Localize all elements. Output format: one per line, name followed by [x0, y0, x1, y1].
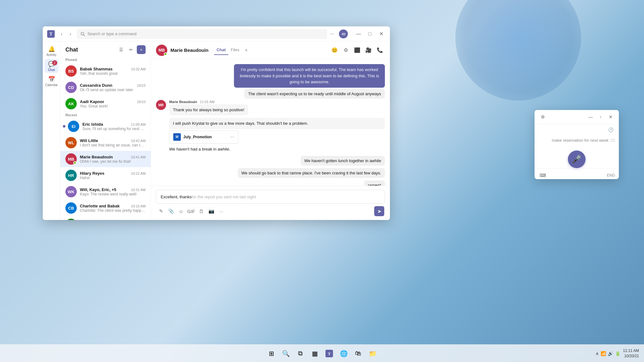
microphone-button[interactable]: 🎤 [568, 151, 586, 168]
chat-item-hilary[interactable]: HR Hilary Reyes 10:22 AM Haha! [60, 167, 151, 184]
voice-popup-controls: — ↑ ✕ [586, 112, 615, 121]
message-bubble-lunch: We haven't gotten lunch together in awhi… [301, 156, 385, 166]
voice-close-button[interactable]: ✕ [606, 112, 615, 121]
screenshare-button[interactable]: ⬛ [352, 45, 362, 55]
sidebar-item-activity[interactable]: 🔔 Activity [45, 44, 58, 58]
emoji-button[interactable]: 😊 [330, 45, 340, 55]
tab-chat[interactable]: Chat [214, 46, 228, 55]
tab-files[interactable]: Files [228, 46, 242, 55]
chat-time-aadi: 10/10 [137, 100, 146, 104]
chat-preview-eric: Sure, I'll set up something for next wee… [82, 127, 146, 131]
chat-header-actions: 😊 ⚙ ⬛ 🎥 📞 [330, 45, 385, 55]
more-input-button[interactable]: ··· [217, 207, 226, 216]
chat-list-header: Chat ☰ ✏ + [60, 41, 151, 57]
message-row-ramen: We should go back to that ramne place. I… [156, 168, 385, 178]
avatar-eric: EI [68, 121, 79, 132]
volume-icon: 🔊 [608, 351, 613, 356]
filter-button[interactable]: ☰ [117, 45, 125, 54]
recent-section-label: Recent [60, 112, 151, 118]
svg-text:T: T [49, 32, 53, 36]
message-input[interactable]: Excellent, thanks for the report you sen… [156, 190, 385, 204]
chat-item-aadi[interactable]: AK Aadi Kapoor 10/10 You: Great work! [60, 96, 151, 112]
video-button[interactable]: 🎥 [364, 45, 374, 55]
compose-button[interactable]: + [137, 45, 146, 54]
voice-minimize-button[interactable]: — [586, 112, 595, 121]
chat-item-group[interactable]: WK Will, Kayo, Eric, +5 10:31 AM Kayo: T… [60, 184, 151, 200]
voice-history-icon[interactable]: 🕐 [606, 125, 615, 134]
contact-online-dot [164, 52, 167, 56]
send-button[interactable]: ➤ [374, 206, 384, 216]
call-button[interactable]: 📞 [375, 45, 385, 55]
chat-item-cassandra[interactable]: CD Cassandra Dunn 10/15 Ok I'll send an … [60, 79, 151, 96]
attach-button[interactable]: 📎 [167, 207, 175, 216]
chat-time-group: 10:31 AM [131, 188, 146, 192]
chat-info-marie: Marie Beaudouin 10:41 AM Ohhh I see, yes… [80, 155, 146, 164]
chat-name-group: Will, Kayo, Eric, +5 [80, 187, 116, 192]
message-row-1: I'm pretty confident that this launch wi… [156, 64, 385, 88]
keyboard-icon[interactable]: ⌨ [538, 171, 547, 179]
nav-arrows: ‹ › [58, 30, 74, 38]
voice-settings-button[interactable]: ⚙ [538, 112, 547, 121]
chat-name-cassandra: Cassandra Dunn [80, 83, 112, 88]
emoji-input-button[interactable]: ☺ [177, 207, 186, 216]
voice-upload-button[interactable]: ↑ [596, 112, 605, 121]
msg-text-positive: Thank you for always being so positive! [169, 104, 248, 116]
chat-name-reta: Reta Taylor [80, 220, 102, 220]
forward-button[interactable]: › [67, 30, 74, 38]
schedule-button[interactable]: 📷 [207, 207, 216, 216]
search-placeholder: Search or type a command [87, 31, 136, 36]
file-more-button[interactable]: ··· [230, 134, 234, 140]
avatar-hilary: HR [65, 170, 77, 181]
search-taskbar-button[interactable]: 🔍 [280, 347, 292, 360]
widgets-button[interactable]: ▦ [308, 347, 321, 360]
message-row-3: MB Marie Beaudouin 11:01 AM Thank you fo… [156, 100, 385, 116]
gif-button[interactable]: GIF [187, 207, 196, 216]
user-avatar[interactable]: JD [339, 30, 348, 38]
add-tab-button[interactable]: + [242, 46, 251, 55]
chat-item-will[interactable]: WL Will Little 10:42 AM I don't see that… [60, 134, 151, 151]
new-chat-button[interactable]: ✏ [127, 45, 136, 54]
chat-item-marie[interactable]: MB Marie Beaudouin 10:41 AM Ohhh I see, … [60, 151, 151, 167]
store-taskbar-button[interactable]: 🛍 [352, 347, 364, 360]
content-area: 🔔 Activity 💬 Chat 2 📅 Calendar Chat ☰ ✏ … [43, 41, 390, 220]
chat-item-babak[interactable]: BS Babak Shammas 10:32 AM Yah, that soun… [60, 63, 151, 79]
chat-item-reta[interactable]: RT Reta Taylor 10:11 AM Ah, ok I underst… [60, 216, 151, 220]
minimize-button[interactable]: — [353, 29, 364, 39]
back-button[interactable]: ‹ [58, 30, 65, 38]
msg-meta-marie: Marie Beaudouin 11:01 AM [169, 100, 248, 104]
chevron-icon[interactable]: ∧ [596, 351, 599, 356]
chat-name-will: Will Little [80, 138, 98, 143]
files-taskbar-button[interactable]: 📁 [366, 347, 379, 360]
sidebar-item-calendar[interactable]: 📅 Calendar [45, 74, 58, 88]
chat-name-eric: Eric Ishida [82, 122, 103, 127]
chat-time-will: 10:42 AM [131, 139, 146, 143]
message-bubble-1: I'm pretty confident that this launch wi… [234, 64, 385, 88]
sticker-button[interactable]: 🗒 [197, 207, 206, 216]
chat-info-reta: Reta Taylor 10:11 AM Ah, ok I understand… [80, 220, 146, 220]
close-button[interactable]: ✕ [376, 29, 386, 39]
taskbar-datetime[interactable]: 11:11 AM 10/20/21 [623, 348, 639, 359]
format-button[interactable]: ✎ [157, 207, 165, 216]
more-button[interactable]: ··· [327, 29, 337, 39]
chat-time-babak: 10:32 AM [131, 67, 146, 71]
message-row-2: The client wasn't expecting us to be rea… [156, 89, 385, 99]
chat-contact-avatar: MB [156, 45, 167, 56]
sidebar-item-chat[interactable]: 💬 Chat 2 [45, 59, 58, 73]
chat-item-charlotte[interactable]: CB Charlotte and Babak 10:15 AM Charlott… [60, 200, 151, 216]
teams-taskbar-button[interactable]: T [323, 347, 336, 360]
apps-button[interactable]: ⚙ [341, 45, 351, 55]
msg-sender-name: Marie Beaudouin [169, 100, 197, 104]
chat-item-eric[interactable]: EI Eric Ishida 11:00 AM Sure, I'll set u… [60, 118, 151, 134]
maximize-button[interactable]: □ [365, 29, 375, 39]
start-button[interactable]: ⊞ [265, 347, 278, 360]
chat-info-group: Will, Kayo, Eric, +5 10:31 AM Kayo: The … [80, 187, 146, 196]
chat-label: Chat [48, 68, 55, 72]
search-bar[interactable]: Search or type a command [77, 29, 327, 39]
voice-backspace: ⌫ [610, 138, 615, 143]
taskbar: ⊞ 🔍 ⧉ ▦ T 🌐 🛍 📁 ∧ 📶 🔊 🔋 11:11 AM 10/20/2… [0, 344, 644, 362]
chat-info-hilary: Hilary Reyes 10:22 AM Haha! [80, 171, 146, 180]
chat-list: Chat ☰ ✏ + Pinned BS Babak Shammas 10:32… [60, 41, 151, 220]
taskview-button[interactable]: ⧉ [294, 347, 307, 360]
message-row-correction: ramen* [156, 180, 385, 186]
edge-taskbar-button[interactable]: 🌐 [337, 347, 350, 360]
